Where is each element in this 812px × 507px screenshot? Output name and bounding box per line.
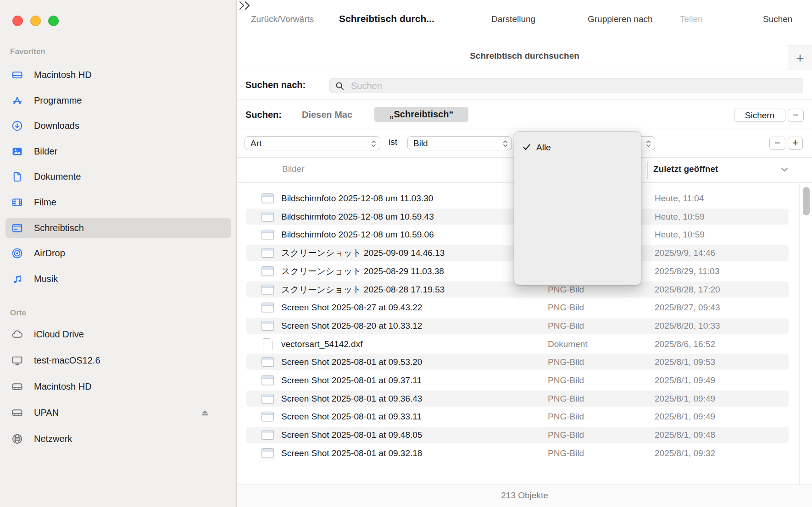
sidebar-item[interactable]: Netzwerk <box>6 429 231 449</box>
screenshot-thumb <box>261 265 274 277</box>
file-row[interactable]: Screen Shot 2025-08-01 at 09.37.11 PNG-B… <box>246 372 789 388</box>
file-name: Bildschirmfoto 2025-12-08 um 10.59.06 <box>281 226 434 242</box>
add-search-tab-button[interactable]: + <box>788 45 812 70</box>
screenshot-thumb <box>261 393 274 405</box>
music-icon <box>11 273 23 285</box>
screenshot-thumb <box>261 429 274 441</box>
file-name: スクリーンショット 2025-09-09 14.46.13 <box>281 245 445 261</box>
check-icon <box>522 143 531 152</box>
list-right-edge <box>799 182 800 485</box>
sidebar-item-label: Musik <box>34 269 58 289</box>
file-name: Screen Shot 2025-08-20 at 10.33.12 <box>281 318 422 334</box>
screenshot-thumb <box>261 211 274 223</box>
file-last-opened: 2025/8/20, 10:33 <box>655 318 720 334</box>
file-kind: PNG-Bild <box>548 391 584 407</box>
scope-this-mac-button[interactable]: Diesen Mac <box>302 110 352 120</box>
sidebar-item-label: UPAN <box>34 403 59 423</box>
scope-desktop-button[interactable]: „Schreibtisch“ <box>374 107 468 122</box>
file-row[interactable]: Screen Shot 2025-08-01 at 09.48.05 PNG-B… <box>246 427 789 443</box>
file-kind: PNG-Bild <box>548 427 584 443</box>
sidebar-item-label: Filme <box>34 193 56 212</box>
file-row[interactable]: Screen Shot 2025-08-01 at 09.33.11 PNG-B… <box>246 408 789 424</box>
back-forward-button[interactable]: Zurück/Vorwärts <box>251 13 314 26</box>
chevrons-right-icon[interactable] <box>237 0 253 11</box>
sidebar-item[interactable]: Downloads <box>6 116 231 136</box>
remove-criteria-button[interactable]: − <box>769 137 785 150</box>
screenshot-thumb <box>261 302 274 314</box>
add-criteria-button[interactable]: + <box>788 137 803 150</box>
sidebar-item[interactable]: UPAN <box>6 403 231 423</box>
document-thumb <box>261 338 274 350</box>
criteria-attribute-value: Art <box>250 138 261 148</box>
sidebar-item[interactable]: AirDrop <box>6 243 231 263</box>
menu-item-selected[interactable]: Alle <box>536 142 551 153</box>
window-title: Schreibtisch durch... <box>339 12 434 25</box>
airdrop-icon <box>11 247 23 259</box>
file-name: Bildschirmfoto 2025-12-08 um 11.03.30 <box>281 190 433 206</box>
traffic-close-button[interactable] <box>12 16 23 26</box>
file-name: Screen Shot 2025-08-01 at 09.33.11 <box>281 408 422 424</box>
file-row[interactable]: Screen Shot 2025-08-01 at 09.53.20 PNG-B… <box>246 354 789 370</box>
sidebar-item[interactable]: iCloud Drive <box>6 325 231 344</box>
sidebar-item[interactable]: Dokumente <box>6 167 231 187</box>
chevron-down-icon <box>781 167 788 172</box>
column-header-last-opened[interactable]: Zuletzt geöffnet <box>653 164 718 174</box>
criteria-kind-select[interactable]: Bild <box>407 136 512 150</box>
traffic-minimize-button[interactable] <box>30 16 41 26</box>
appstore-icon <box>11 94 23 107</box>
save-search-button[interactable]: Sichern <box>734 109 785 122</box>
search-scope-tab[interactable]: Schreibtisch durchsuchen <box>237 41 812 70</box>
remove-search-button[interactable]: − <box>788 109 804 122</box>
sidebar: Favoriten Macintosh HD Programme Downloa… <box>0 0 237 507</box>
file-row[interactable]: Screen Shot 2025-08-27 at 09.43.22 PNG-B… <box>246 299 789 315</box>
file-kind: Dokument <box>548 336 588 352</box>
chevron-up-down-icon <box>502 139 508 148</box>
cloud-icon <box>11 328 23 341</box>
plus-icon: + <box>788 45 812 71</box>
chevron-up-down-icon <box>371 139 377 148</box>
file-last-opened: 2025/9/9, 14:46 <box>655 245 715 261</box>
file-row[interactable]: Screen Shot 2025-08-20 at 10.33.12 PNG-B… <box>246 318 789 334</box>
file-name: Screen Shot 2025-08-27 at 09.43.22 <box>281 299 422 315</box>
screenshot-thumb <box>261 247 274 259</box>
sidebar-item-label: AirDrop <box>34 243 65 263</box>
file-name: Bildschirmfoto 2025-12-08 um 10.59.43 <box>281 209 434 225</box>
globe-icon <box>11 433 23 445</box>
file-name: スクリーンショット 2025-08-28 17.19.53 <box>281 281 445 298</box>
file-last-opened: Heute, 10:59 <box>655 209 705 225</box>
search-toolbar-button[interactable]: Suchen <box>763 13 792 26</box>
screenshot-thumb <box>261 411 274 423</box>
finder-window: Favoriten Macintosh HD Programme Downloa… <box>0 0 812 507</box>
file-last-opened: Heute, 10:59 <box>655 226 705 242</box>
search-input[interactable] <box>329 78 803 93</box>
sidebar-item[interactable]: Programme <box>6 91 231 110</box>
sidebar-item-label: Bilder <box>34 142 57 161</box>
file-row[interactable]: Screen Shot 2025-08-01 at 09.36.43 PNG-B… <box>246 391 789 407</box>
vertical-scrollbar-thumb[interactable] <box>803 187 810 215</box>
sidebar-item-label: Downloads <box>34 116 79 136</box>
file-row[interactable]: vectorsart_54142.dxf Dokument 2025/8/6, … <box>246 336 789 352</box>
eject-icon[interactable] <box>200 408 210 418</box>
sidebar-item[interactable]: Filme <box>6 193 231 212</box>
file-last-opened: 2025/8/28, 17:20 <box>655 281 720 298</box>
file-last-opened: 2025/8/6, 16:52 <box>655 336 715 352</box>
criteria-attribute-select[interactable]: Art <box>245 136 380 150</box>
sidebar-item[interactable]: test-macOS12.6 <box>6 351 231 370</box>
group-by-button[interactable]: Gruppieren nach <box>588 13 653 26</box>
share-button[interactable]: Teilen <box>680 13 703 26</box>
file-name: Screen Shot 2025-08-01 at 09.36.43 <box>281 391 422 407</box>
screenshot-thumb <box>261 320 274 332</box>
sidebar-item[interactable]: Musik <box>6 269 231 289</box>
sidebar-item[interactable]: Macintosh HD <box>6 65 231 85</box>
sidebar-section-favorites: Favoriten <box>10 47 45 56</box>
file-last-opened: Heute, 11:04 <box>655 190 704 206</box>
traffic-zoom-button[interactable] <box>48 16 59 26</box>
sidebar-item[interactable]: Macintosh HD <box>6 377 231 397</box>
sidebar-item[interactable]: Bilder <box>6 142 231 161</box>
view-menu-button[interactable]: Darstellung <box>491 13 535 26</box>
sidebar-item[interactable]: Schreibtisch <box>6 218 231 238</box>
file-last-opened: 2025/8/29, 11:03 <box>655 263 719 279</box>
file-row[interactable]: Screen Shot 2025-08-01 at 09.32.18 PNG-B… <box>246 445 789 461</box>
chevron-up-down-icon <box>645 139 651 148</box>
search-scope-bar: Schreibtisch durchsuchen + <box>237 41 812 70</box>
